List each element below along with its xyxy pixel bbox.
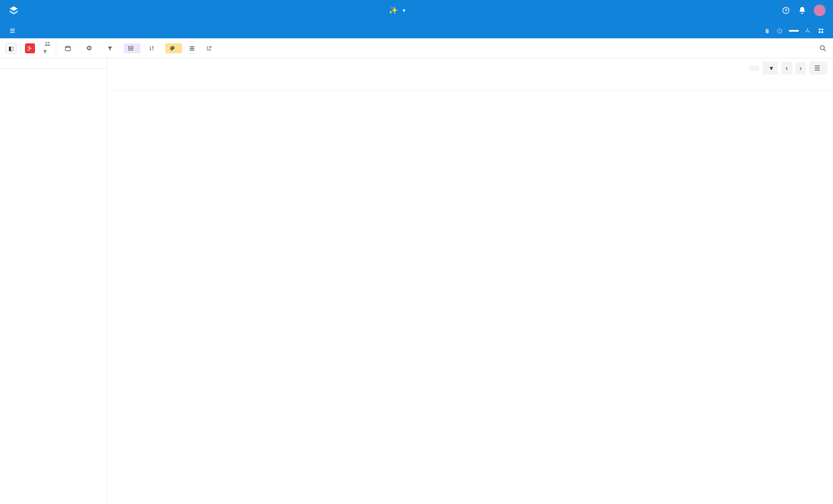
tab-bar: ≡ <box>0 21 833 38</box>
svg-point-20 <box>173 47 174 47</box>
timeline-panel: ▾ ‹ › ☰ <box>107 58 833 504</box>
history-icon[interactable] <box>776 27 783 34</box>
customize-labels-button[interactable]: ⚙ <box>82 42 99 54</box>
main-area: ▾ ‹ › ☰ <box>0 58 833 504</box>
view-toolbar: ◧ ▾ ⚙ <box>0 38 833 58</box>
top-bar: ✨ ▾ ? <box>0 0 833 21</box>
svg-point-14 <box>48 42 50 43</box>
svg-rect-21 <box>190 46 195 47</box>
svg-rect-8 <box>819 31 821 33</box>
prev-button[interactable]: ‹ <box>781 62 792 75</box>
group-by-header <box>0 58 107 69</box>
row-height-icon[interactable] <box>186 45 198 52</box>
scale-select[interactable]: ▾ <box>763 62 778 75</box>
svg-rect-23 <box>190 50 195 50</box>
share-button[interactable] <box>789 30 799 32</box>
svg-rect-11 <box>29 48 32 49</box>
see-records-button[interactable]: ☰ <box>809 62 827 75</box>
next-button[interactable]: › <box>796 62 806 75</box>
svg-rect-6 <box>819 29 821 30</box>
date-settings-button[interactable] <box>60 43 78 54</box>
svg-rect-22 <box>190 48 195 49</box>
workspace-title[interactable]: ✨ ▾ <box>20 6 774 15</box>
svg-rect-16 <box>129 46 133 48</box>
sort-button[interactable] <box>145 43 161 53</box>
svg-point-18 <box>171 48 172 49</box>
svg-point-13 <box>45 42 47 43</box>
gear-icon: ⚙ <box>86 44 92 52</box>
svg-rect-10 <box>28 46 30 47</box>
group-button[interactable] <box>124 43 140 53</box>
timeline-header: ▾ ‹ › ☰ <box>107 58 833 91</box>
svg-rect-7 <box>821 29 823 30</box>
group-sidebar <box>0 58 107 504</box>
collaborators-icon[interactable]: ▾ <box>43 40 52 56</box>
hamburger-menu-icon[interactable]: ≡ <box>5 23 20 38</box>
app-logo-icon[interactable] <box>7 4 20 17</box>
sparkle-icon: ✨ <box>389 6 398 15</box>
timeline-body[interactable] <box>107 91 833 504</box>
help-icon[interactable]: ? <box>781 6 791 15</box>
automations-button[interactable] <box>805 28 812 34</box>
today-button[interactable] <box>749 66 759 71</box>
share-view-button[interactable] <box>202 43 219 53</box>
svg-point-24 <box>820 45 824 50</box>
svg-rect-9 <box>821 31 823 33</box>
svg-rect-15 <box>65 46 70 51</box>
svg-text:?: ? <box>785 8 788 13</box>
svg-rect-12 <box>28 49 30 50</box>
chevron-down-icon: ▾ <box>403 7 405 13</box>
sidebar-toggle-icon[interactable]: ◧ <box>6 43 16 53</box>
svg-point-19 <box>172 47 172 47</box>
trash-icon[interactable] <box>764 27 771 34</box>
user-avatar[interactable] <box>814 5 826 16</box>
svg-rect-17 <box>129 49 133 50</box>
color-button[interactable] <box>165 43 182 53</box>
apps-button[interactable] <box>818 28 826 34</box>
chevron-down-icon: ▾ <box>770 64 773 72</box>
bell-icon[interactable] <box>798 6 806 15</box>
svg-point-3 <box>807 29 808 30</box>
search-icon[interactable] <box>819 44 827 52</box>
timeline-view-icon <box>25 43 35 53</box>
filter-button[interactable] <box>103 43 120 53</box>
